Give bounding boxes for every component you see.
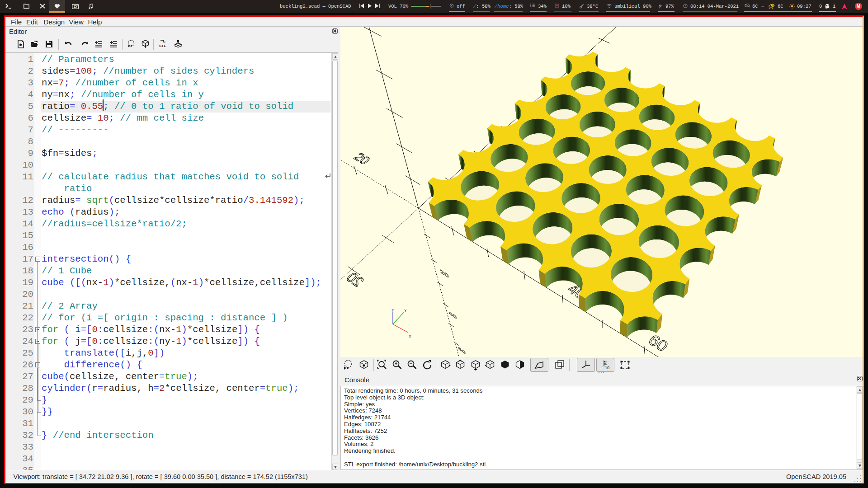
svg-text:STL: STL xyxy=(159,44,166,48)
svg-text:10: 10 xyxy=(605,366,609,370)
svg-text:Y: Y xyxy=(404,308,407,312)
svg-text:Z: Z xyxy=(392,308,394,312)
svg-text:X: X xyxy=(409,334,411,338)
